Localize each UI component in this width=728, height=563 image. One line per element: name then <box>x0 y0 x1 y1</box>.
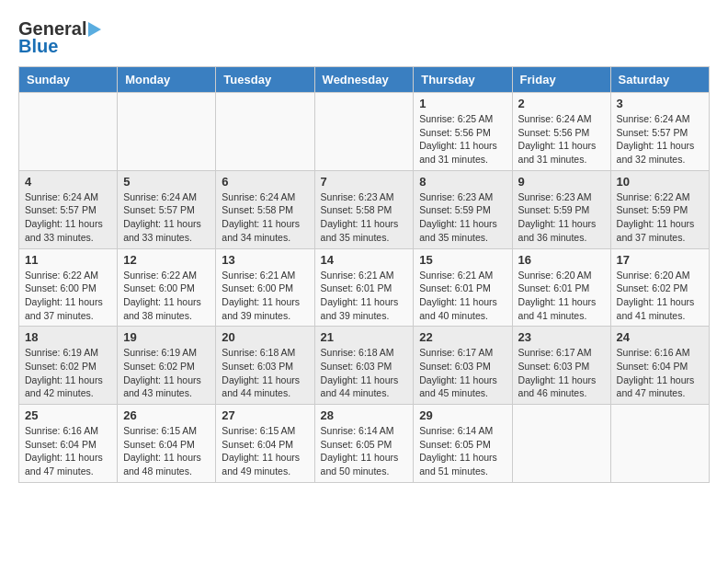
day-of-week-header: Thursday <box>414 67 512 93</box>
day-number: 16 <box>518 253 605 267</box>
day-info: Sunrise: 6:17 AMSunset: 6:03 PMDaylight:… <box>518 346 605 400</box>
calendar-week-row: 1Sunrise: 6:25 AMSunset: 5:56 PMDaylight… <box>19 93 710 171</box>
day-info: Sunrise: 6:24 AMSunset: 5:57 PMDaylight:… <box>25 190 111 245</box>
calendar-day-cell: 27Sunrise: 6:15 AMSunset: 6:04 PMDayligh… <box>216 405 314 483</box>
calendar-day-cell: 2Sunrise: 6:24 AMSunset: 5:56 PMDaylight… <box>512 93 610 171</box>
day-number: 27 <box>222 408 308 422</box>
calendar-week-row: 4Sunrise: 6:24 AMSunset: 5:57 PMDaylight… <box>19 170 710 248</box>
day-number: 11 <box>25 253 111 267</box>
calendar-day-cell: 15Sunrise: 6:21 AMSunset: 6:01 PMDayligh… <box>414 248 512 327</box>
day-number: 26 <box>123 408 210 422</box>
day-of-week-header: Wednesday <box>314 67 414 93</box>
calendar-day-cell: 5Sunrise: 6:24 AMSunset: 5:57 PMDaylight… <box>118 170 216 248</box>
day-number: 8 <box>419 175 506 189</box>
day-info: Sunrise: 6:20 AMSunset: 6:01 PMDaylight:… <box>518 269 605 323</box>
calendar-day-cell: 3Sunrise: 6:24 AMSunset: 5:57 PMDaylight… <box>610 93 709 171</box>
day-number: 10 <box>617 175 703 189</box>
day-info: Sunrise: 6:19 AMSunset: 6:02 PMDaylight:… <box>25 346 111 400</box>
day-of-week-header: Tuesday <box>216 67 314 93</box>
calendar-day-cell: 4Sunrise: 6:24 AMSunset: 5:57 PMDaylight… <box>19 170 118 248</box>
calendar-day-cell: 13Sunrise: 6:21 AMSunset: 6:00 PMDayligh… <box>216 248 314 327</box>
calendar-day-cell: 1Sunrise: 6:25 AMSunset: 5:56 PMDaylight… <box>414 93 512 171</box>
day-number: 15 <box>419 253 506 267</box>
day-number: 5 <box>123 175 210 189</box>
calendar-day-cell: 21Sunrise: 6:18 AMSunset: 6:03 PMDayligh… <box>314 327 414 405</box>
day-info: Sunrise: 6:15 AMSunset: 6:04 PMDaylight:… <box>123 424 210 478</box>
day-number: 9 <box>518 175 605 189</box>
day-info: Sunrise: 6:24 AMSunset: 5:58 PMDaylight:… <box>222 190 308 245</box>
calendar-day-cell: 20Sunrise: 6:18 AMSunset: 6:03 PMDayligh… <box>216 327 314 405</box>
calendar-day-cell: 11Sunrise: 6:22 AMSunset: 6:00 PMDayligh… <box>19 248 118 327</box>
calendar-day-cell <box>610 405 709 483</box>
calendar-day-cell <box>314 93 414 171</box>
calendar-day-cell: 19Sunrise: 6:19 AMSunset: 6:02 PMDayligh… <box>118 327 216 405</box>
day-number: 6 <box>222 175 308 189</box>
day-info: Sunrise: 6:21 AMSunset: 6:01 PMDaylight:… <box>321 269 408 323</box>
calendar-table: SundayMondayTuesdayWednesdayThursdayFrid… <box>18 66 710 483</box>
calendar-day-cell: 16Sunrise: 6:20 AMSunset: 6:01 PMDayligh… <box>512 248 610 327</box>
calendar-day-cell: 23Sunrise: 6:17 AMSunset: 6:03 PMDayligh… <box>512 327 610 405</box>
day-info: Sunrise: 6:20 AMSunset: 6:02 PMDaylight:… <box>617 269 703 323</box>
day-info: Sunrise: 6:16 AMSunset: 6:04 PMDaylight:… <box>617 346 703 400</box>
calendar-day-cell: 29Sunrise: 6:14 AMSunset: 6:05 PMDayligh… <box>414 405 512 483</box>
calendar-day-cell: 8Sunrise: 6:23 AMSunset: 5:59 PMDaylight… <box>414 170 512 248</box>
calendar-day-cell: 26Sunrise: 6:15 AMSunset: 6:04 PMDayligh… <box>118 405 216 483</box>
day-number: 1 <box>419 97 506 110</box>
calendar-day-cell: 18Sunrise: 6:19 AMSunset: 6:02 PMDayligh… <box>19 327 118 405</box>
day-info: Sunrise: 6:22 AMSunset: 5:59 PMDaylight:… <box>617 190 703 245</box>
day-number: 25 <box>25 408 111 422</box>
day-number: 29 <box>419 408 506 422</box>
day-number: 23 <box>518 330 605 344</box>
calendar-header-row: SundayMondayTuesdayWednesdayThursdayFrid… <box>19 67 710 93</box>
day-number: 22 <box>419 330 506 344</box>
day-number: 3 <box>617 97 703 110</box>
day-info: Sunrise: 6:22 AMSunset: 6:00 PMDaylight:… <box>25 269 111 323</box>
day-info: Sunrise: 6:14 AMSunset: 6:05 PMDaylight:… <box>321 424 408 478</box>
day-info: Sunrise: 6:18 AMSunset: 6:03 PMDaylight:… <box>321 346 408 400</box>
day-info: Sunrise: 6:23 AMSunset: 5:59 PMDaylight:… <box>518 190 605 245</box>
calendar-day-cell: 28Sunrise: 6:14 AMSunset: 6:05 PMDayligh… <box>314 405 414 483</box>
day-number: 7 <box>321 175 408 189</box>
day-info: Sunrise: 6:25 AMSunset: 5:56 PMDaylight:… <box>419 112 506 167</box>
page-header: General Blue <box>18 18 710 57</box>
day-number: 21 <box>321 330 408 344</box>
day-info: Sunrise: 6:24 AMSunset: 5:56 PMDaylight:… <box>518 112 605 167</box>
calendar-day-cell: 6Sunrise: 6:24 AMSunset: 5:58 PMDaylight… <box>216 170 314 248</box>
day-info: Sunrise: 6:17 AMSunset: 6:03 PMDaylight:… <box>419 346 506 400</box>
day-number: 28 <box>321 408 408 422</box>
day-number: 24 <box>617 330 703 344</box>
day-info: Sunrise: 6:24 AMSunset: 5:57 PMDaylight:… <box>123 190 210 245</box>
day-info: Sunrise: 6:23 AMSunset: 5:58 PMDaylight:… <box>321 190 408 245</box>
day-number: 19 <box>123 330 210 344</box>
day-info: Sunrise: 6:14 AMSunset: 6:05 PMDaylight:… <box>419 424 506 478</box>
calendar-week-row: 25Sunrise: 6:16 AMSunset: 6:04 PMDayligh… <box>19 405 710 483</box>
calendar-day-cell: 24Sunrise: 6:16 AMSunset: 6:04 PMDayligh… <box>610 327 709 405</box>
calendar-day-cell <box>118 93 216 171</box>
day-info: Sunrise: 6:16 AMSunset: 6:04 PMDaylight:… <box>25 424 111 478</box>
day-info: Sunrise: 6:15 AMSunset: 6:04 PMDaylight:… <box>222 424 308 478</box>
day-number: 18 <box>25 330 111 344</box>
day-of-week-header: Sunday <box>19 67 118 93</box>
calendar-day-cell: 9Sunrise: 6:23 AMSunset: 5:59 PMDaylight… <box>512 170 610 248</box>
day-info: Sunrise: 6:21 AMSunset: 6:00 PMDaylight:… <box>222 269 308 323</box>
day-info: Sunrise: 6:21 AMSunset: 6:01 PMDaylight:… <box>419 269 506 323</box>
calendar-day-cell <box>19 93 118 171</box>
logo: General Blue <box>18 18 101 57</box>
day-info: Sunrise: 6:22 AMSunset: 6:00 PMDaylight:… <box>123 269 210 323</box>
calendar-day-cell: 22Sunrise: 6:17 AMSunset: 6:03 PMDayligh… <box>414 327 512 405</box>
day-info: Sunrise: 6:24 AMSunset: 5:57 PMDaylight:… <box>617 112 703 167</box>
calendar-day-cell: 12Sunrise: 6:22 AMSunset: 6:00 PMDayligh… <box>118 248 216 327</box>
day-info: Sunrise: 6:23 AMSunset: 5:59 PMDaylight:… <box>419 190 506 245</box>
day-number: 13 <box>222 253 308 267</box>
calendar-day-cell <box>216 93 314 171</box>
calendar-day-cell: 10Sunrise: 6:22 AMSunset: 5:59 PMDayligh… <box>610 170 709 248</box>
calendar-day-cell: 7Sunrise: 6:23 AMSunset: 5:58 PMDaylight… <box>314 170 414 248</box>
day-number: 14 <box>321 253 408 267</box>
calendar-week-row: 18Sunrise: 6:19 AMSunset: 6:02 PMDayligh… <box>19 327 710 405</box>
day-number: 2 <box>518 97 605 110</box>
day-number: 4 <box>25 175 111 189</box>
day-info: Sunrise: 6:19 AMSunset: 6:02 PMDaylight:… <box>123 346 210 400</box>
calendar-day-cell: 25Sunrise: 6:16 AMSunset: 6:04 PMDayligh… <box>19 405 118 483</box>
logo-chevron-icon <box>88 22 101 37</box>
day-number: 17 <box>617 253 703 267</box>
